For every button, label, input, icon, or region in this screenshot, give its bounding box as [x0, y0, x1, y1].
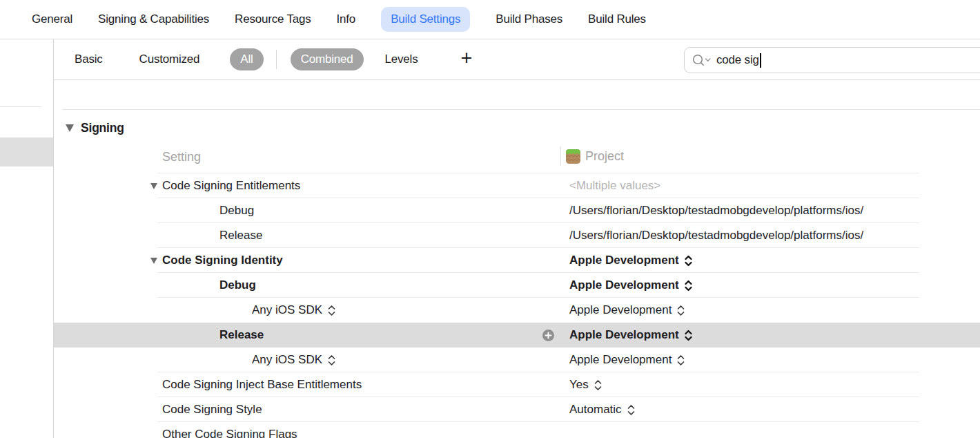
filter-customized-button[interactable]: Customized	[139, 53, 200, 66]
build-settings-toolbar: Basic Customized All Combined Levels + c…	[54, 39, 980, 80]
sidebar-selected-item[interactable]	[0, 137, 53, 166]
table-row[interactable]: Release Apple Development	[54, 323, 980, 347]
setting-value[interactable]: Yes	[569, 378, 589, 392]
value-dropdown-stepper-icon[interactable]	[627, 404, 636, 416]
disclosure-triangle-icon[interactable]	[150, 183, 157, 189]
table-header: Setting Project	[54, 141, 980, 173]
table-row[interactable]: Code Signing Style Automatic	[54, 397, 980, 422]
tab-info[interactable]: Info	[337, 12, 356, 26]
setting-value[interactable]: Apple Development	[569, 254, 679, 267]
value-dropdown-stepper-icon[interactable]	[684, 255, 693, 267]
search-icon	[692, 53, 712, 67]
value-dropdown-stepper-icon[interactable]	[676, 354, 685, 366]
view-combined-button[interactable]: Combined	[291, 48, 364, 70]
table-row[interactable]: Other Code Signing Flags	[54, 422, 980, 438]
tab-build-phases[interactable]: Build Phases	[496, 12, 562, 26]
setting-label: Code Signing Entitlements	[162, 179, 300, 193]
project-column-label: Project	[585, 149, 624, 164]
table-row[interactable]: Debug Apple Development	[54, 273, 980, 298]
setting-label: Any iOS SDK	[252, 353, 322, 367]
setting-value[interactable]: Apple Development	[569, 353, 672, 367]
setting-label: Debug	[219, 278, 256, 292]
table-row[interactable]: Release /Users/florian/Desktop/testadmob…	[54, 223, 980, 248]
content-divider	[62, 109, 980, 110]
tab-general[interactable]: General	[32, 12, 72, 26]
add-build-setting-button[interactable]: +	[460, 48, 472, 70]
tab-signing-capabilities[interactable]: Signing & Capabilities	[98, 12, 209, 26]
filter-all-button[interactable]: All	[230, 48, 263, 70]
view-levels-button[interactable]: Levels	[385, 53, 418, 66]
section-title: Signing	[81, 121, 124, 135]
setting-value[interactable]: Apple Development	[569, 328, 679, 342]
project-app-icon	[566, 149, 580, 164]
setting-value[interactable]: Apple Development	[569, 278, 679, 292]
table-row[interactable]: Code Signing Inject Base Entitlements Ye…	[54, 372, 980, 397]
setting-label: Any iOS SDK	[252, 303, 322, 317]
build-settings-content: Signing Setting Project	[54, 80, 980, 438]
setting-label: Code Signing Inject Base Entitlements	[162, 378, 362, 392]
section-header-signing[interactable]: Signing	[66, 119, 124, 137]
value-dropdown-stepper-icon[interactable]	[684, 280, 693, 292]
column-divider	[560, 146, 561, 166]
setting-value[interactable]: /Users/florian/Desktop/testadmobgdevelop…	[569, 229, 863, 242]
add-value-icon[interactable]	[542, 330, 554, 341]
value-dropdown-stepper-icon[interactable]	[684, 330, 693, 341]
tab-build-settings[interactable]: Build Settings	[381, 7, 470, 32]
disclosure-triangle-icon[interactable]	[150, 258, 157, 264]
project-navigator-sidebar	[0, 39, 54, 438]
tab-resource-tags[interactable]: Resource Tags	[235, 12, 311, 26]
table-row[interactable]: Any iOS SDK Apple Development	[54, 298, 980, 323]
xcode-build-settings-screen: GeneralSigning & CapabilitiesResource Ta…	[0, 0, 980, 438]
sdk-stepper-icon[interactable]	[327, 305, 336, 316]
setting-value[interactable]: Automatic	[569, 403, 622, 417]
setting-value[interactable]: /Users/florian/Desktop/testadmobgdevelop…	[569, 204, 863, 218]
table-row[interactable]: Code Signing Identity Apple Development	[54, 248, 980, 273]
table-row[interactable]: Code Signing Entitlements <Multiple valu…	[54, 173, 980, 198]
disclosure-triangle-icon[interactable]	[66, 124, 74, 132]
search-field[interactable]: code sig	[684, 47, 980, 73]
project-column-header: Project	[560, 146, 624, 166]
tab-build-rules[interactable]: Build Rules	[588, 12, 646, 26]
setting-label: Release	[219, 229, 262, 242]
sidebar-divider	[0, 106, 41, 107]
value-dropdown-stepper-icon[interactable]	[676, 305, 685, 316]
setting-column-header: Setting	[162, 150, 201, 164]
sdk-stepper-icon[interactable]	[327, 354, 336, 366]
setting-label: Other Code Signing Flags	[162, 428, 297, 438]
table-row[interactable]: Any iOS SDK Apple Development	[54, 347, 980, 372]
filter-basic-button[interactable]: Basic	[75, 53, 103, 66]
setting-value[interactable]: <Multiple values>	[569, 179, 660, 193]
search-input[interactable]: code sig	[716, 53, 759, 67]
value-dropdown-stepper-icon[interactable]	[594, 379, 602, 391]
table-row[interactable]: Debug /Users/florian/Desktop/testadmobgd…	[54, 198, 980, 223]
target-editor-tab-bar: GeneralSigning & CapabilitiesResource Ta…	[0, 0, 980, 39]
setting-value[interactable]: Apple Development	[569, 303, 672, 317]
settings-table: Code Signing Entitlements <Multiple valu…	[54, 173, 980, 438]
setting-label: Debug	[219, 204, 254, 218]
setting-label: Code Signing Identity	[162, 254, 283, 267]
text-cursor	[760, 53, 761, 68]
setting-label: Code Signing Style	[162, 403, 262, 417]
setting-label: Release	[219, 328, 264, 342]
toolbar-divider	[276, 50, 277, 69]
